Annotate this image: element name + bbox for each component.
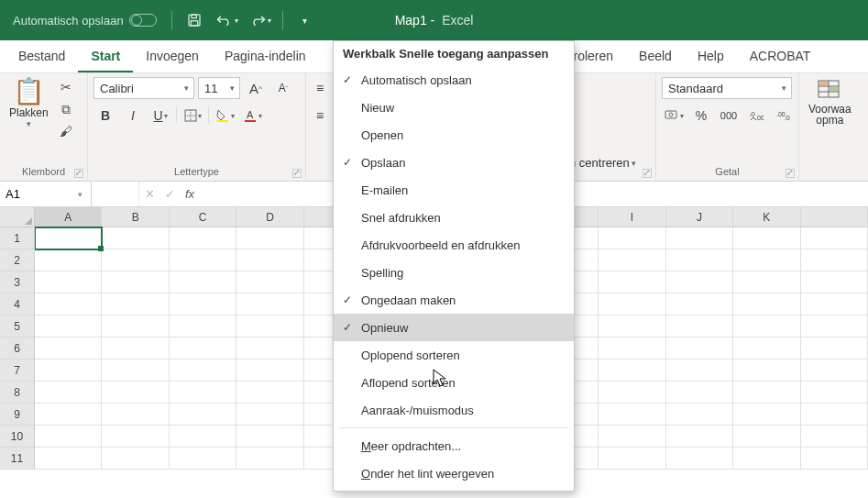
format-painter-button[interactable]: 🖌 (56, 121, 76, 141)
cell[interactable] (170, 448, 236, 470)
col-header[interactable]: J (666, 207, 733, 227)
cell[interactable] (801, 382, 868, 404)
align-top-button[interactable]: ≡ (308, 77, 332, 99)
cell[interactable] (666, 448, 733, 470)
cell[interactable] (236, 249, 303, 271)
row-header[interactable]: 8 (0, 382, 35, 404)
cell[interactable] (666, 360, 733, 382)
row-header[interactable]: 1 (0, 227, 35, 249)
fx-button[interactable]: fx (180, 182, 200, 206)
cell[interactable] (236, 293, 303, 315)
cell[interactable] (102, 448, 169, 470)
cell[interactable] (801, 293, 868, 315)
col-header[interactable]: B (102, 207, 169, 227)
cell[interactable] (35, 227, 102, 249)
fill-color-button[interactable] (213, 105, 236, 127)
cell[interactable] (236, 338, 303, 360)
decrease-decimal-button[interactable]: .00.0 (772, 105, 796, 127)
cell[interactable] (170, 360, 236, 382)
dialog-launcher-icon[interactable]: ⤢ (74, 169, 83, 178)
bold-button[interactable]: B (93, 105, 117, 127)
menu-item-openen[interactable]: Openen (334, 121, 574, 149)
cell[interactable] (599, 448, 665, 470)
cell[interactable] (170, 271, 236, 293)
comma-style-button[interactable]: 000 (717, 105, 741, 127)
menu-item-emailen[interactable]: E-mailen (334, 176, 574, 204)
cell[interactable] (801, 271, 868, 293)
save-button[interactable] (181, 7, 207, 33)
tab-start[interactable]: Start (78, 41, 133, 72)
menu-item-aanraak-muismodus[interactable]: Aanraak-/muismodus (334, 396, 574, 424)
conditional-format-button[interactable]: Voorwaa opma (805, 77, 855, 128)
cell[interactable] (733, 426, 800, 448)
row-header[interactable]: 3 (0, 271, 35, 293)
accounting-format-button[interactable] (662, 105, 686, 127)
cell[interactable] (801, 360, 868, 382)
cell[interactable] (102, 360, 169, 382)
cell[interactable] (102, 426, 169, 448)
border-button[interactable] (181, 105, 204, 127)
cell[interactable] (102, 382, 169, 404)
cell[interactable] (236, 448, 303, 470)
dialog-launcher-icon[interactable]: ⤢ (292, 169, 302, 178)
tab-acrobat[interactable]: ACROBAT (737, 41, 824, 72)
cell[interactable] (801, 338, 868, 360)
cell[interactable] (170, 338, 236, 360)
cell[interactable] (666, 382, 733, 404)
row-header[interactable]: 7 (0, 360, 35, 382)
cell[interactable] (733, 293, 800, 315)
cell[interactable] (170, 227, 236, 249)
dialog-launcher-icon[interactable]: ⤢ (786, 169, 795, 178)
cell[interactable] (801, 249, 868, 271)
menu-item-opslaan[interactable]: Opslaan (334, 149, 574, 176)
align-left-button[interactable]: ≡ (308, 105, 332, 127)
cell[interactable] (733, 382, 800, 404)
menu-item-snel-afdrukken[interactable]: Snel afdrukken (334, 204, 574, 231)
decrease-font-button[interactable]: Aˇ (271, 77, 295, 99)
cell[interactable] (35, 382, 102, 404)
toggle-off-icon[interactable] (129, 14, 157, 27)
cell[interactable] (599, 293, 665, 315)
undo-button[interactable]: ▾ (214, 7, 240, 33)
menu-item-spelling[interactable]: Spelling (334, 259, 574, 286)
cell[interactable] (666, 271, 733, 293)
cell[interactable] (599, 426, 665, 448)
tab-help[interactable]: Help (685, 41, 737, 72)
cell[interactable] (102, 271, 169, 293)
tab-beeld[interactable]: Beeld (626, 41, 685, 72)
row-header[interactable]: 5 (0, 315, 35, 338)
cell[interactable] (170, 315, 236, 338)
cell[interactable] (170, 249, 236, 271)
cell[interactable] (801, 426, 868, 448)
cell[interactable] (801, 227, 868, 249)
customize-qat-button[interactable]: ▾ (292, 7, 318, 33)
cancel-button[interactable]: ✕ (139, 182, 159, 206)
row-header[interactable]: 11 (0, 448, 35, 470)
autosave-toggle[interactable]: Automatisch opslaan (7, 10, 162, 31)
cell[interactable] (801, 404, 868, 426)
cell[interactable] (599, 249, 665, 271)
menu-item-ongedaan-maken[interactable]: Ongedaan maken (334, 286, 574, 314)
redo-button[interactable]: ▾ (247, 7, 273, 33)
font-color-button[interactable]: A (240, 105, 264, 127)
menu-item-aflopend-sorteren[interactable]: Aflopend sorteren (334, 369, 574, 396)
cell[interactable] (102, 293, 169, 315)
cell[interactable] (733, 315, 800, 338)
cell[interactable] (666, 426, 733, 448)
italic-button[interactable]: I (121, 105, 145, 127)
cell[interactable] (666, 227, 733, 249)
row-header[interactable]: 10 (0, 426, 35, 448)
cell[interactable] (801, 315, 868, 338)
cell[interactable] (35, 293, 102, 315)
cell[interactable] (599, 271, 665, 293)
enter-button[interactable]: ✓ (159, 182, 180, 206)
cell[interactable] (170, 293, 236, 315)
menu-item-oplopend-sorteren[interactable]: Oplopend sorteren (334, 341, 574, 369)
cut-button[interactable]: ✂ (56, 77, 76, 97)
cell[interactable] (599, 338, 665, 360)
row-header[interactable]: 2 (0, 249, 35, 271)
font-size-combo[interactable]: 11▾ (198, 77, 240, 99)
underline-button[interactable]: U (148, 105, 172, 127)
cell[interactable] (102, 249, 169, 271)
cell[interactable] (599, 404, 665, 426)
